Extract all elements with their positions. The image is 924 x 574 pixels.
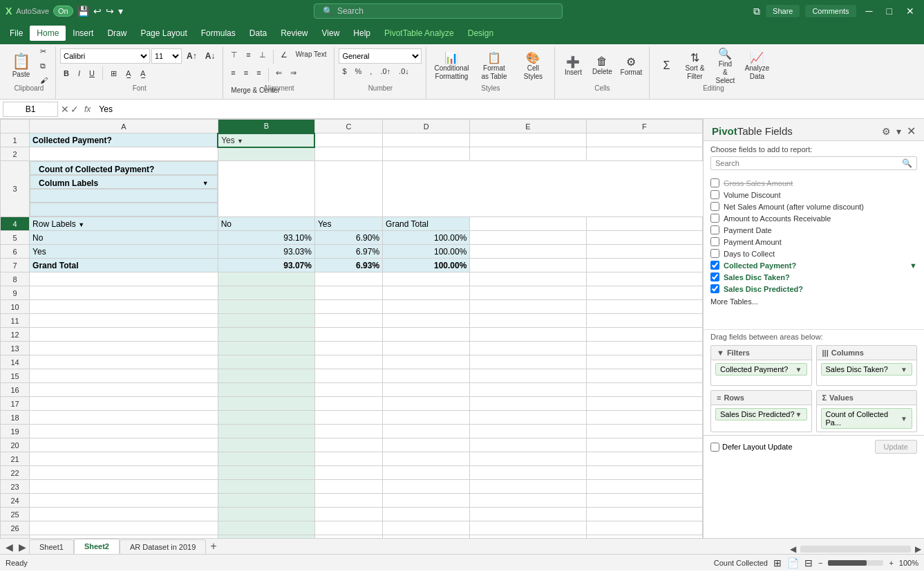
field-item-net-sales[interactable]: Net Sales Amount (after volume discount) xyxy=(710,201,917,212)
align-top-button[interactable]: ⊤ xyxy=(227,48,241,65)
field-checkbox-collected-payment[interactable] xyxy=(710,261,719,270)
col-header-a[interactable]: A xyxy=(30,120,218,133)
undo-icon[interactable]: ↩ xyxy=(93,6,102,17)
menu-help[interactable]: Help xyxy=(346,26,377,41)
row-header-8[interactable]: 8 xyxy=(1,272,30,286)
font-name-select[interactable]: Calibri xyxy=(60,48,150,64)
insert-button[interactable]: ➕ Insert xyxy=(559,48,587,83)
pivot-settings-icon[interactable]: ⚙ xyxy=(882,126,891,137)
cell-styles-button[interactable]: 🎨 Cell Styles xyxy=(516,48,550,84)
cell-a7[interactable]: Grand Total xyxy=(30,259,218,272)
pivot-chip-collected-payment[interactable]: Collected Payment? ▼ xyxy=(715,363,807,376)
field-checkbox-payment-date[interactable] xyxy=(710,225,719,234)
pivot-collapse-icon[interactable]: ▾ xyxy=(896,126,901,137)
tab-ar-dataset[interactable]: AR Dataset in 2019 xyxy=(120,539,206,554)
cell-e7[interactable] xyxy=(470,259,586,272)
menu-page-layout[interactable]: Page Layout xyxy=(133,26,194,41)
cell-a2[interactable] xyxy=(30,147,218,161)
menu-review[interactable]: Review xyxy=(274,26,314,41)
cell-e4[interactable] xyxy=(470,217,586,231)
cell-b1[interactable]: Yes ▼ xyxy=(218,133,314,147)
field-item-sales-disc-taken[interactable]: Sales Disc Taken? xyxy=(710,271,917,283)
page-break-icon[interactable]: ⊟ xyxy=(804,557,813,568)
field-item-days-to-collect[interactable]: Days to Collect xyxy=(710,248,917,259)
pivot-field-list[interactable]: Gross Sales Amount Volume Discount Net S… xyxy=(704,177,924,329)
cell-f2[interactable] xyxy=(586,147,702,161)
cell-b6[interactable]: 93.03% xyxy=(218,245,314,259)
cell-d6[interactable]: 100.00% xyxy=(383,245,470,259)
zoom-increase-icon[interactable]: + xyxy=(889,559,893,567)
menu-file[interactable]: File xyxy=(3,26,30,41)
cell-e5[interactable] xyxy=(470,231,586,245)
row-header-3[interactable]: 3 xyxy=(1,161,30,217)
align-center-button[interactable]: ≡ xyxy=(241,66,252,83)
pivot-chip-count-collected[interactable]: Count of Collected Pa... ▼ xyxy=(821,408,913,429)
bold-button[interactable]: B xyxy=(60,67,73,80)
delete-button[interactable]: 🗑 Delete xyxy=(588,48,616,83)
copy-button[interactable]: ⧉ xyxy=(37,59,51,73)
close-button[interactable]: ✕ xyxy=(902,4,918,18)
menu-pivottable-analyze[interactable]: PivotTable Analyze xyxy=(377,26,461,41)
defer-update-checkbox[interactable] xyxy=(710,443,719,452)
scroll-left-icon[interactable]: ◀ xyxy=(790,544,796,554)
font-color-button[interactable]: A̲ xyxy=(137,67,149,80)
format-button[interactable]: ⚙ Format xyxy=(617,48,645,83)
cell-a3[interactable]: Count of Collected Payment? xyxy=(30,161,218,175)
cut-button[interactable]: ✂ xyxy=(37,45,51,58)
paste-button[interactable]: 📋 Paste xyxy=(7,48,35,83)
pivot-close-icon[interactable]: ✕ xyxy=(907,124,916,138)
pivot-area-filters-content[interactable]: Collected Payment? ▼ xyxy=(711,360,811,385)
save-icon[interactable]: 💾 xyxy=(77,6,89,17)
font-size-select[interactable]: 11 xyxy=(151,48,182,64)
field-checkbox-days-to-collect[interactable] xyxy=(710,249,719,258)
field-item-gross-sales[interactable]: Gross Sales Amount xyxy=(710,177,917,189)
field-checkbox-net-sales[interactable] xyxy=(710,202,719,211)
pivot-area-rows-content[interactable]: Sales Disc Predicted? ▼ xyxy=(711,405,811,430)
cell-f3[interactable] xyxy=(314,161,382,217)
cell-b7[interactable]: 93.07% xyxy=(218,259,314,272)
cell-d3[interactable] xyxy=(30,203,218,216)
maximize-button[interactable]: □ xyxy=(883,4,896,18)
decrease-decimal-button[interactable]: .0↓ xyxy=(395,65,413,77)
increase-decimal-button[interactable]: .0↑ xyxy=(377,65,394,77)
sort-filter-button[interactable]: ⇅ Sort & Filter xyxy=(680,48,709,84)
field-item-collected-payment[interactable]: Collected Payment? ▼ xyxy=(710,259,917,271)
cell-f4[interactable] xyxy=(586,217,702,231)
menu-home[interactable]: Home xyxy=(30,26,66,41)
align-bottom-button[interactable]: ⊥ xyxy=(256,48,270,65)
italic-button[interactable]: I xyxy=(75,67,84,80)
autosum-button[interactable]: Σ xyxy=(654,48,679,83)
cell-a1[interactable]: Collected Payment? xyxy=(30,133,218,147)
cell-c1[interactable] xyxy=(314,133,382,147)
decrease-indent-button[interactable]: ⇐ xyxy=(272,66,285,83)
tab-sheet1[interactable]: Sheet1 xyxy=(29,539,74,554)
cell-f6[interactable] xyxy=(586,245,702,259)
cell-b3[interactable]: Column Labels ▼ xyxy=(30,175,218,189)
field-checkbox-accounts-receivable[interactable] xyxy=(710,214,719,223)
field-item-sales-disc-predicted[interactable]: Sales Disc Predicted? xyxy=(710,283,917,295)
minimize-button[interactable]: ─ xyxy=(862,4,877,18)
zoom-slider[interactable] xyxy=(828,560,883,566)
horizontal-scrollbar[interactable] xyxy=(800,546,911,553)
row-header-5[interactable]: 5 xyxy=(1,231,30,245)
confirm-formula-icon[interactable]: ✓ xyxy=(70,104,79,115)
align-left-button[interactable]: ≡ xyxy=(227,66,238,83)
cell-f7[interactable] xyxy=(586,259,702,272)
align-middle-button[interactable]: ≡ xyxy=(243,48,254,65)
cell-a6[interactable]: Yes xyxy=(30,245,218,259)
border-button[interactable]: ⊞ xyxy=(107,67,120,80)
update-button[interactable]: Update xyxy=(875,440,917,454)
cell-b2[interactable] xyxy=(218,147,314,161)
grid-view-icon[interactable]: ⊞ xyxy=(773,557,782,568)
cell-c4[interactable]: Yes xyxy=(314,217,382,231)
col-header-c[interactable]: C xyxy=(314,120,382,133)
spreadsheet-wrapper[interactable]: A B C D E F 1 Collected Payment? Yes ▼ xyxy=(0,119,703,538)
more-tables-link[interactable]: More Tables... xyxy=(710,297,917,306)
cell-c5[interactable]: 6.90% xyxy=(314,231,382,245)
percent-button[interactable]: % xyxy=(352,65,366,77)
zoom-decrease-icon[interactable]: − xyxy=(818,559,822,567)
pivot-area-values-content[interactable]: Count of Collected Pa... ▼ xyxy=(817,405,917,432)
menu-insert[interactable]: Insert xyxy=(66,26,100,41)
cell-f1[interactable] xyxy=(586,133,702,147)
conditional-formatting-button[interactable]: 📊 Conditional Formatting xyxy=(431,48,472,84)
